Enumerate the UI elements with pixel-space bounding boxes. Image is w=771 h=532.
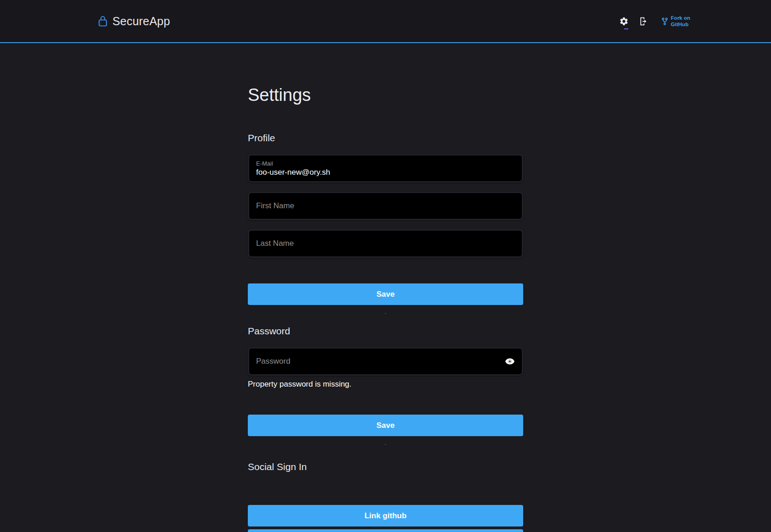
email-field: E-Mail xyxy=(249,155,522,181)
link-github-button[interactable]: Link github xyxy=(248,505,523,526)
navbar-actions: Fork on GitHub xyxy=(618,15,690,28)
profile-loader-dot: . xyxy=(248,309,523,315)
password-save-button[interactable]: Save xyxy=(248,415,523,436)
email-label: E-Mail xyxy=(256,160,515,167)
last-name-input[interactable] xyxy=(256,239,515,248)
next-button-peek xyxy=(248,529,523,532)
page-title: Settings xyxy=(248,84,523,105)
password-error-message: Property password is missing. xyxy=(248,380,523,389)
first-name-field xyxy=(249,193,522,219)
last-name-field-wrapper xyxy=(248,229,523,258)
app-logo: SecureApp xyxy=(98,15,170,28)
navbar: SecureApp xyxy=(0,0,771,43)
password-field xyxy=(249,349,522,374)
email-field-wrapper: E-Mail xyxy=(248,154,523,183)
settings-button[interactable] xyxy=(618,16,630,27)
password-field-wrapper xyxy=(248,347,523,376)
email-input[interactable] xyxy=(256,168,515,177)
fork-icon xyxy=(661,17,668,25)
fork-on-github-link[interactable]: Fork on GitHub xyxy=(661,15,690,28)
logout-icon xyxy=(638,17,648,26)
logout-button[interactable] xyxy=(637,16,649,27)
password-section-heading: Password xyxy=(248,325,523,337)
fork-link-label: Fork on GitHub xyxy=(671,15,690,28)
reveal-password-button[interactable] xyxy=(503,355,516,368)
lock-icon xyxy=(98,15,107,27)
profile-section-heading: Profile xyxy=(248,132,523,144)
settings-page: Settings Profile E-Mail Save . Password xyxy=(248,84,523,532)
first-name-input[interactable] xyxy=(256,201,515,211)
password-loader-dot: . xyxy=(248,440,523,446)
profile-save-button[interactable]: Save xyxy=(248,283,523,305)
social-section-heading: Social Sign In xyxy=(248,461,523,473)
gear-icon xyxy=(619,17,629,26)
last-name-field xyxy=(249,231,522,256)
eye-icon xyxy=(504,356,515,367)
gear-active-underline xyxy=(624,28,628,29)
password-input[interactable] xyxy=(256,357,515,366)
app-name: SecureApp xyxy=(112,15,170,28)
first-name-field-wrapper xyxy=(248,192,523,220)
